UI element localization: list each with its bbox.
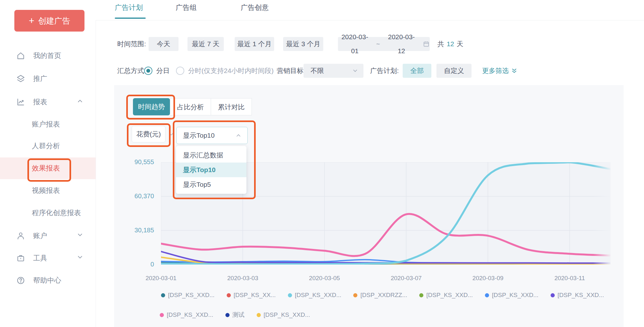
sidebar-item-label: 我的首页: [33, 51, 61, 61]
sidebar: + 创建广告 我的首页 推广 报表 账户报表: [0, 0, 96, 327]
sidebar-item-label: 推广: [33, 74, 47, 84]
tab-ad-plan[interactable]: 广告计划: [115, 3, 143, 12]
time-range-label: 时间范围:: [117, 37, 146, 51]
create-ad-button[interactable]: + 创建广告: [14, 10, 84, 32]
topn-dropdown-menu: 显示汇总数据 显示Top10 显示Top5: [176, 146, 246, 194]
marketing-goal-value: 不限: [311, 64, 324, 78]
tab-ad-creative[interactable]: 广告创意: [241, 3, 269, 12]
legend-label: [DSP_KS_XXD...: [264, 311, 310, 318]
date-range-picker[interactable]: 2020-03-01 ~ 2020-03-12: [338, 37, 430, 51]
sidebar-item-label: 程序化创意报表: [32, 208, 81, 218]
radio-selected-icon[interactable]: [144, 67, 152, 75]
legend-label: 测试: [232, 311, 245, 319]
summary-mode-label: 汇总方式:: [117, 64, 146, 78]
x-axis-label: 2020-03-03: [227, 275, 258, 282]
legend-item[interactable]: [DSP_KS_XXD...: [161, 292, 215, 299]
quick-range-today[interactable]: 今天: [149, 37, 179, 51]
topn-select[interactable]: 显示Top10: [176, 127, 248, 144]
legend-item[interactable]: [DSP_KS_XXD...: [257, 311, 310, 318]
legend-item[interactable]: [DSP_KS_XXD...: [160, 311, 213, 318]
chevron-down-icon[interactable]: [77, 254, 84, 263]
date-start: 2020-03-01: [338, 30, 372, 58]
legend-item[interactable]: [DSP_KS_XXD...: [485, 292, 538, 299]
sidebar-item-label: 账户: [33, 231, 47, 241]
legend-dot-icon: [161, 293, 165, 297]
legend-dot-icon: [551, 293, 555, 297]
quick-range-7days[interactable]: 最近 7 天: [187, 37, 224, 51]
chevron-down-icon[interactable]: [168, 131, 175, 139]
sidebar-item-tools[interactable]: 工具: [0, 251, 96, 265]
radio-unselected-icon[interactable]: [176, 67, 184, 75]
sidebar-item-promotion[interactable]: 推广: [0, 72, 96, 86]
chevron-up-icon: [235, 132, 242, 139]
date-end: 2020-03-12: [384, 30, 418, 58]
sidebar-item-audience-analysis[interactable]: 人群分析: [0, 139, 96, 153]
quick-range-1month[interactable]: 最近 1 个月: [235, 37, 274, 51]
y-axis-label: 0: [114, 261, 154, 268]
legend-item[interactable]: 测试: [225, 311, 245, 319]
sidebar-item-effect-report[interactable]: 效果报表: [0, 161, 96, 175]
radio-hourly[interactable]: 分时(仅支持24小时内时间段): [176, 64, 274, 78]
chart-legend-row-2: [DSP_KS_XXD...测试[DSP_KS_XXD...: [160, 311, 322, 319]
quick-range-3months[interactable]: 最近 3 个月: [283, 37, 323, 51]
double-chevron-down-icon: [511, 67, 518, 74]
sidebar-item-video-report[interactable]: 视频报表: [0, 184, 96, 198]
legend-dot-icon: [419, 293, 423, 297]
radio-daily[interactable]: 分日: [144, 64, 170, 78]
ad-plan-custom-button[interactable]: 自定义: [436, 64, 472, 78]
x-axis-label: 2020-03-01: [145, 275, 176, 282]
help-circle-icon: [16, 276, 26, 285]
legend-item[interactable]: [DSP_KS_XXD...: [288, 292, 341, 299]
chevron-up-icon[interactable]: [77, 98, 84, 106]
legend-item[interactable]: [DSP_KS_XXD...: [551, 292, 604, 299]
topn-option-summary[interactable]: 显示汇总数据: [176, 148, 246, 163]
legend-label: [DSP_KS_XXD...: [167, 311, 213, 318]
legend-dot-icon: [225, 313, 230, 317]
legend-item[interactable]: [DSP_KS_XX...: [227, 292, 276, 299]
person-icon: [16, 231, 26, 241]
sidebar-item-label: 报表: [33, 97, 47, 107]
date-tilde: ~: [376, 37, 380, 51]
sidebar-item-account[interactable]: 账户: [0, 229, 96, 243]
sidebar-item-programmatic-creative-report[interactable]: 程序化创意报表: [0, 206, 96, 220]
right-fade-overlay: [593, 162, 611, 265]
legend-label: [DSP_KS_XXD...: [492, 292, 538, 299]
sidebar-item-reports[interactable]: 报表: [0, 95, 96, 109]
chevron-down-icon[interactable]: [77, 231, 84, 240]
ad-plan-all-button[interactable]: 全部: [403, 64, 431, 78]
legend-dot-icon: [257, 313, 261, 317]
x-axis-label: 2020-03-07: [391, 275, 421, 282]
chart-tab-time-trend[interactable]: 时间趋势: [133, 98, 170, 115]
topn-option-top10[interactable]: 显示Top10: [176, 163, 246, 177]
sidebar-item-label: 工具: [33, 253, 47, 263]
legend-dot-icon: [288, 293, 292, 297]
legend-dot-icon: [485, 293, 489, 297]
sidebar-item-label: 账户报表: [32, 120, 60, 129]
legend-label: [DSP_KS_XX...: [234, 292, 276, 299]
chart-legend-row-1: [DSP_KS_XXD...[DSP_KS_XX...[DSP_KS_XXD..…: [161, 292, 616, 299]
active-tab-underline: [115, 18, 146, 19]
chart-tab-cumulative-compare[interactable]: 累计对比: [211, 98, 252, 115]
marketing-goal-select[interactable]: 不限: [304, 64, 363, 78]
sidebar-item-home[interactable]: 我的首页: [0, 49, 96, 63]
tab-ad-group[interactable]: 广告组: [176, 3, 197, 12]
toolbox-icon: [16, 253, 26, 263]
chart-tab-share-analysis[interactable]: 占比分析: [170, 98, 211, 115]
more-filters-button[interactable]: 更多筛选: [482, 64, 518, 78]
legend-label: [DSP_KS_XXD...: [295, 292, 341, 299]
x-axis-label: 2020-03-11: [554, 275, 585, 282]
legend-item[interactable]: [DSP_KS_XXD...: [419, 292, 473, 299]
legend-item[interactable]: [DSP_XXDRZZ...: [353, 292, 407, 299]
more-filters-label: 更多筛选: [482, 64, 509, 78]
line-chart-icon: [16, 97, 26, 107]
sidebar-item-help-center[interactable]: 帮助中心: [0, 273, 96, 287]
metric-selector-button[interactable]: 花费(元): [132, 126, 165, 142]
radio-daily-label: 分日: [156, 64, 170, 78]
sidebar-item-label: 帮助中心: [33, 276, 61, 285]
legend-label: [DSP_KS_XXD...: [168, 292, 215, 299]
sidebar-item-label: 人群分析: [32, 141, 60, 151]
topn-option-top5[interactable]: 显示Top5: [176, 177, 246, 192]
total-days: 共 12 天: [437, 37, 463, 51]
top-tab-bar: 广告计划 广告组 广告创意: [96, 0, 644, 20]
sidebar-item-account-report[interactable]: 账户报表: [0, 117, 96, 131]
